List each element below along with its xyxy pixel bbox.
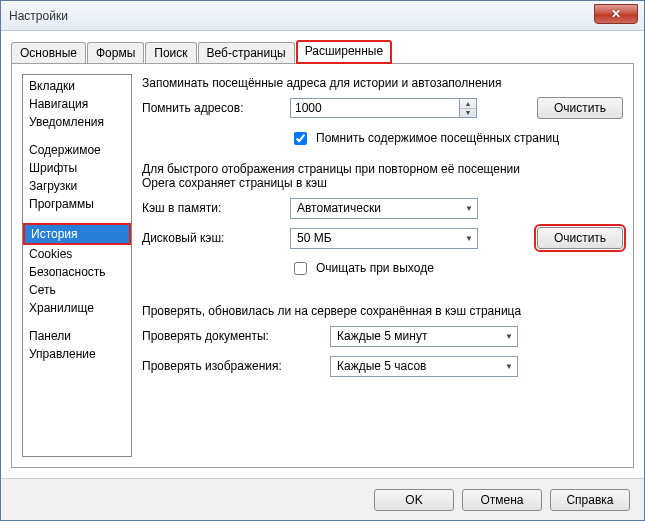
remember-content-label: Помнить содержимое посещённых страниц	[316, 131, 559, 145]
history-description: Запоминать посещённые адреса для истории…	[142, 76, 623, 90]
chevron-up-icon[interactable]: ▲	[460, 99, 476, 109]
clear-history-button[interactable]: Очистить	[537, 97, 623, 119]
chevron-down-icon: ▼	[505, 332, 513, 341]
remember-addresses-input[interactable]	[290, 98, 460, 118]
clear-on-exit-checkbox[interactable]: Очищать при выходе	[290, 259, 434, 278]
remember-addresses-label: Помнить адресов:	[142, 101, 282, 115]
tab-forms[interactable]: Формы	[87, 42, 144, 63]
revalidate-description: Проверять, обновилась ли на сервере сохр…	[142, 304, 623, 318]
settings-window: Настройки ✕ Основные Формы Поиск Веб-стр…	[0, 0, 645, 521]
sidebar-item-cookies[interactable]: Cookies	[23, 245, 131, 263]
ok-button[interactable]: OK	[374, 489, 454, 511]
sidebar-item-history[interactable]: История	[25, 225, 129, 243]
cache-description-1: Для быстрого отображения страницы при по…	[142, 162, 623, 176]
check-images-value: Каждые 5 часов	[337, 359, 426, 373]
chevron-down-icon[interactable]: ▼	[460, 109, 476, 118]
tab-advanced[interactable]: Расширенные	[296, 40, 393, 64]
tab-search[interactable]: Поиск	[145, 42, 196, 63]
clear-on-exit-input[interactable]	[294, 262, 307, 275]
sidebar-item-tabs[interactable]: Вкладки	[23, 77, 131, 95]
disk-cache-value: 50 МБ	[297, 231, 332, 245]
memory-cache-combo[interactable]: Автоматически ▼	[290, 198, 478, 219]
tab-panel: Вкладки Навигация Уведомления Содержимое…	[11, 63, 634, 468]
help-button[interactable]: Справка	[550, 489, 630, 511]
close-button[interactable]: ✕	[594, 4, 638, 24]
disk-cache-label: Дисковый кэш:	[142, 231, 282, 245]
close-icon: ✕	[611, 7, 621, 21]
sidebar-item-network[interactable]: Сеть	[23, 281, 131, 299]
check-images-combo[interactable]: Каждые 5 часов ▼	[330, 356, 518, 377]
sidebar-item-navigation[interactable]: Навигация	[23, 95, 131, 113]
cache-description-2: Opera сохраняет страницы в кэш	[142, 176, 623, 190]
sidebar-item-panels[interactable]: Панели	[23, 327, 131, 345]
sidebar-item-storage[interactable]: Хранилище	[23, 299, 131, 317]
cancel-button[interactable]: Отмена	[462, 489, 542, 511]
disk-cache-combo[interactable]: 50 МБ ▼	[290, 228, 478, 249]
tab-strip: Основные Формы Поиск Веб-страницы Расшир…	[11, 39, 634, 63]
spinner-buttons[interactable]: ▲ ▼	[460, 98, 477, 118]
sidebar-item-management[interactable]: Управление	[23, 345, 131, 363]
chevron-down-icon: ▼	[505, 362, 513, 371]
window-title: Настройки	[9, 9, 68, 23]
titlebar: Настройки ✕	[1, 1, 644, 31]
sidebar-item-content[interactable]: Содержимое	[23, 141, 131, 159]
dialog-footer: OK Отмена Справка	[1, 478, 644, 520]
remember-addresses-spinner[interactable]: ▲ ▼	[290, 98, 477, 118]
memory-cache-value: Автоматически	[297, 201, 381, 215]
sidebar-item-security[interactable]: Безопасность	[23, 263, 131, 281]
check-documents-value: Каждые 5 минут	[337, 329, 427, 343]
sidebar-item-downloads[interactable]: Загрузки	[23, 177, 131, 195]
sidebar-item-fonts[interactable]: Шрифты	[23, 159, 131, 177]
chevron-down-icon: ▼	[465, 204, 473, 213]
clear-on-exit-label: Очищать при выходе	[316, 261, 434, 275]
sidebar-item-notifications[interactable]: Уведомления	[23, 113, 131, 131]
content-area: Основные Формы Поиск Веб-страницы Расшир…	[1, 31, 644, 478]
check-images-label: Проверять изображения:	[142, 359, 322, 373]
tab-general[interactable]: Основные	[11, 42, 86, 63]
tab-webpages[interactable]: Веб-страницы	[198, 42, 295, 63]
remember-content-input[interactable]	[294, 132, 307, 145]
sidebar: Вкладки Навигация Уведомления Содержимое…	[22, 74, 132, 457]
sidebar-item-programs[interactable]: Программы	[23, 195, 131, 213]
main-pane: Запоминать посещённые адреса для истории…	[142, 74, 623, 457]
check-documents-label: Проверять документы:	[142, 329, 322, 343]
check-documents-combo[interactable]: Каждые 5 минут ▼	[330, 326, 518, 347]
clear-disk-cache-button[interactable]: Очистить	[537, 227, 623, 249]
memory-cache-label: Кэш в памяти:	[142, 201, 282, 215]
remember-content-checkbox[interactable]: Помнить содержимое посещённых страниц	[290, 129, 559, 148]
chevron-down-icon: ▼	[465, 234, 473, 243]
